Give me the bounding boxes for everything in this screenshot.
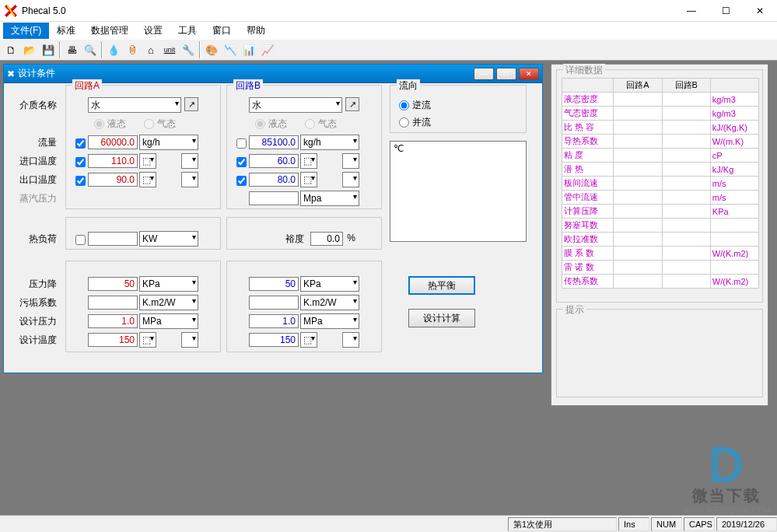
btn-heat-balance[interactable]: 热平衡 [408, 276, 475, 295]
sel-a-inlet-dd[interactable] [181, 153, 198, 169]
temperature-display: ℃ [390, 141, 527, 242]
chart2-icon[interactable]: 📊 [240, 41, 258, 58]
chk-a-inlet[interactable] [75, 157, 86, 167]
chk-b-flow[interactable] [236, 138, 247, 149]
radio-parallel[interactable]: 并流 [399, 116, 431, 129]
menu-help[interactable]: 帮助 [239, 23, 273, 39]
txt-b-outlet[interactable]: 80.0 [249, 173, 299, 187]
menu-standard[interactable]: 标准 [49, 23, 83, 39]
status-usage: 第1次使用 [508, 517, 617, 531]
sel-a-inlet-unit[interactable]: ⬚ [139, 153, 156, 169]
label-celsius: ℃ [394, 143, 404, 154]
preview-icon[interactable]: 🔍 [81, 41, 100, 58]
save-icon[interactable]: 💾 [39, 41, 58, 58]
label-pct: % [346, 233, 355, 243]
home-icon[interactable]: ⌂ [142, 41, 160, 58]
minimize-button[interactable]: — [674, 0, 709, 22]
radio-b-liquid[interactable]: 液态 [255, 117, 287, 131]
txt-a-foul[interactable] [88, 296, 138, 310]
child-maximize-button[interactable]: □ [496, 68, 516, 80]
txt-b-dt[interactable]: 150 [249, 333, 299, 347]
txt-margin[interactable]: 0.0 [310, 232, 343, 246]
sel-a-dp-unit[interactable]: MPa [139, 313, 198, 329]
txt-b-inlet[interactable]: 60.0 [249, 154, 299, 168]
txt-a-outlet[interactable]: 90.0 [88, 173, 138, 187]
radio-b-gas[interactable]: 气态 [305, 117, 337, 131]
txt-a-dp[interactable]: 1.0 [88, 314, 138, 328]
radio-reverse[interactable]: 逆流 [399, 99, 431, 112]
sel-a-medium[interactable]: 水 [88, 97, 181, 113]
btn-b-medium-browse[interactable]: ↗ [345, 97, 359, 111]
txt-a-pd[interactable]: 50 [88, 277, 138, 291]
sel-b-pd-unit[interactable]: KPa [300, 276, 359, 292]
sel-b-outlet-unit[interactable]: ⬚ [300, 172, 317, 187]
chart3-icon[interactable]: 📈 [258, 41, 277, 58]
sel-b-dt-dd[interactable] [342, 332, 359, 348]
chk-a-outlet[interactable] [75, 176, 86, 186]
txt-b-flow[interactable]: 85100.0 [249, 135, 299, 149]
status-caps: CAPS [684, 517, 715, 531]
sel-b-dt-unit[interactable]: ⬚ [300, 332, 317, 348]
sel-a-outlet-unit[interactable]: ⬚ [139, 172, 156, 187]
side-panel: 详细数据 回路A 回路B 液态密度kg/m3气态密度kg/m3比 热 容kJ/(… [551, 64, 768, 406]
menu-data[interactable]: 数据管理 [83, 23, 136, 39]
sel-b-dp-unit[interactable]: MPa [300, 313, 359, 329]
menu-settings[interactable]: 设置 [136, 23, 170, 39]
tank-icon[interactable]: 🛢 [123, 41, 142, 58]
child-minimize-button[interactable]: — [474, 68, 494, 80]
paint-icon[interactable]: 🎨 [202, 41, 221, 58]
close-button[interactable]: ✕ [743, 0, 777, 22]
unit-icon[interactable]: unit [160, 41, 179, 58]
config-icon[interactable]: 🔧 [179, 41, 198, 58]
txt-heatload[interactable] [88, 232, 138, 246]
sel-b-foul-unit[interactable]: K.m2/W [300, 295, 359, 310]
th-loop-b: 回路B [662, 79, 710, 93]
sel-a-pd-unit[interactable]: KPa [139, 276, 198, 292]
txt-b-dp[interactable]: 1.0 [249, 314, 299, 328]
child-close-button[interactable]: ✕ [519, 68, 539, 80]
menu-window[interactable]: 窗口 [205, 23, 239, 39]
maximize-button[interactable]: ☐ [709, 0, 743, 22]
watermark-logo: D [681, 446, 771, 485]
sel-b-steam-unit[interactable]: Mpa [300, 191, 359, 206]
sel-a-flow-unit[interactable]: kg/h [139, 135, 198, 150]
chk-b-inlet[interactable] [236, 157, 247, 167]
status-num: NUM [651, 517, 682, 531]
chart1-icon[interactable]: 📉 [221, 41, 240, 58]
status-date: 2019/12/26 [716, 517, 777, 531]
btn-design-calc[interactable]: 设计计算 [408, 309, 475, 327]
sel-b-flow-unit[interactable]: kg/h [300, 135, 359, 150]
sel-b-inlet-unit[interactable]: ⬚ [300, 153, 317, 169]
txt-a-inlet[interactable]: 110.0 [88, 154, 138, 168]
sel-heatload-unit[interactable]: KW [139, 231, 198, 247]
radio-a-liquid[interactable]: 液态 [94, 117, 126, 131]
txt-b-steam[interactable] [249, 191, 299, 205]
label-flow: 流量 [10, 136, 57, 149]
print-icon[interactable]: 🖶 [62, 41, 81, 58]
txt-b-foul[interactable] [249, 296, 299, 310]
sel-a-dt-unit[interactable]: ⬚ [139, 332, 156, 348]
chk-b-outlet[interactable] [236, 176, 247, 186]
radio-a-gas[interactable]: 气态 [144, 117, 176, 131]
chk-a-flow[interactable] [75, 138, 86, 149]
label-design-t: 设计温度 [10, 334, 57, 347]
sel-a-foul-unit[interactable]: K.m2/W [139, 295, 198, 310]
new-icon[interactable]: 🗋 [2, 41, 20, 58]
drop-icon[interactable]: 💧 [104, 41, 123, 58]
sel-b-outlet-dd[interactable] [342, 172, 359, 187]
chk-heatload[interactable] [75, 235, 86, 245]
sel-b-inlet-dd[interactable] [342, 153, 359, 169]
mdi-area: ✖ 设计条件 — □ ✕ 介质名称 流量 进口温度 出口温度 蒸汽压力 热负荷 … [0, 61, 777, 515]
table-row: 粘 度cP [562, 149, 759, 163]
txt-b-pd[interactable]: 50 [249, 277, 299, 291]
sel-a-dt-dd[interactable] [181, 332, 198, 348]
open-icon[interactable]: 📂 [20, 41, 39, 58]
group-hint: 提示 [556, 309, 763, 397]
txt-a-dt[interactable]: 150 [88, 333, 138, 347]
menu-file[interactable]: 文件(F) [3, 23, 49, 39]
sel-a-outlet-dd[interactable] [181, 172, 198, 187]
sel-b-medium[interactable]: 水 [249, 97, 342, 113]
txt-a-flow[interactable]: 60000.0 [88, 135, 138, 149]
btn-a-medium-browse[interactable]: ↗ [184, 97, 198, 111]
menu-tools[interactable]: 工具 [170, 23, 205, 39]
